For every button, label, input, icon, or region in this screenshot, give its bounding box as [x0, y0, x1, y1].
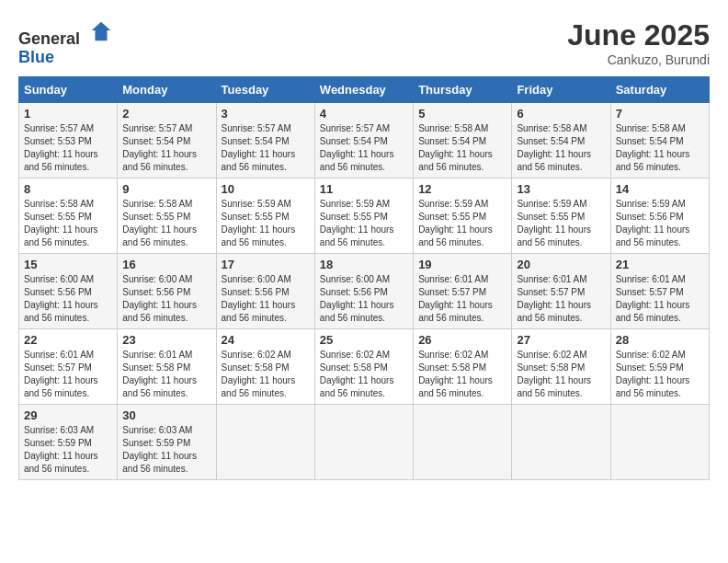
- calendar-day-cell: 22 Sunrise: 6:01 AM Sunset: 5:57 PM Dayl…: [19, 329, 118, 405]
- weekday-header: Thursday: [414, 77, 512, 103]
- calendar-day-cell: 12 Sunrise: 5:59 AM Sunset: 5:55 PM Dayl…: [414, 178, 512, 254]
- page-header: General Blue June 2025 Cankuzo, Burundi: [18, 18, 710, 67]
- calendar-day-cell: 27 Sunrise: 6:02 AM Sunset: 5:58 PM Dayl…: [512, 329, 610, 405]
- day-info: Sunrise: 5:59 AM Sunset: 5:55 PM Dayligh…: [418, 198, 506, 249]
- day-info: Sunrise: 6:01 AM Sunset: 5:57 PM Dayligh…: [418, 273, 506, 325]
- day-number: 10: [222, 182, 310, 196]
- day-info: Sunrise: 6:03 AM Sunset: 5:59 PM Dayligh…: [122, 424, 210, 476]
- day-number: 28: [616, 333, 704, 347]
- empty-cell: [414, 405, 512, 480]
- day-info: Sunrise: 6:02 AM Sunset: 5:58 PM Dayligh…: [222, 349, 310, 400]
- calendar-day-cell: 7 Sunrise: 5:58 AM Sunset: 5:54 PM Dayli…: [610, 103, 709, 178]
- day-number: 15: [24, 258, 112, 271]
- calendar-day-cell: 30 Sunrise: 6:03 AM Sunset: 5:59 PM Dayl…: [118, 405, 216, 480]
- day-info: Sunrise: 5:59 AM Sunset: 5:55 PM Dayligh…: [320, 198, 408, 249]
- day-number: 21: [616, 258, 704, 271]
- day-info: Sunrise: 6:00 AM Sunset: 5:56 PM Dayligh…: [222, 273, 310, 325]
- day-info: Sunrise: 5:58 AM Sunset: 5:55 PM Dayligh…: [122, 198, 210, 249]
- logo-general: General: [18, 29, 80, 48]
- calendar-day-cell: 6 Sunrise: 5:58 AM Sunset: 5:54 PM Dayli…: [512, 103, 610, 178]
- day-info: Sunrise: 6:03 AM Sunset: 5:59 PM Dayligh…: [24, 424, 112, 476]
- day-info: Sunrise: 5:58 AM Sunset: 5:55 PM Dayligh…: [24, 198, 112, 249]
- calendar-day-cell: 9 Sunrise: 5:58 AM Sunset: 5:55 PM Dayli…: [118, 178, 216, 254]
- day-info: Sunrise: 6:00 AM Sunset: 5:56 PM Dayligh…: [320, 273, 408, 325]
- day-info: Sunrise: 6:02 AM Sunset: 5:58 PM Dayligh…: [320, 349, 408, 400]
- day-number: 1: [24, 107, 112, 121]
- calendar-day-cell: 14 Sunrise: 5:59 AM Sunset: 5:56 PM Dayl…: [610, 178, 709, 254]
- calendar-day-cell: 20 Sunrise: 6:01 AM Sunset: 5:57 PM Dayl…: [512, 254, 610, 329]
- calendar-week-row: 1 Sunrise: 5:57 AM Sunset: 5:53 PM Dayli…: [19, 103, 710, 178]
- calendar-day-cell: 25 Sunrise: 6:02 AM Sunset: 5:58 PM Dayl…: [314, 329, 413, 405]
- calendar-day-cell: 19 Sunrise: 6:01 AM Sunset: 5:57 PM Dayl…: [414, 254, 512, 329]
- calendar-day-cell: 11 Sunrise: 5:59 AM Sunset: 5:55 PM Dayl…: [314, 178, 413, 254]
- calendar-day-cell: 4 Sunrise: 5:57 AM Sunset: 5:54 PM Dayli…: [314, 103, 413, 178]
- day-number: 29: [24, 408, 112, 422]
- calendar-day-cell: 18 Sunrise: 6:00 AM Sunset: 5:56 PM Dayl…: [314, 254, 413, 329]
- empty-cell: [216, 405, 314, 480]
- logo-icon: [88, 18, 114, 44]
- day-info: Sunrise: 5:59 AM Sunset: 5:55 PM Dayligh…: [222, 198, 310, 249]
- calendar-day-cell: 1 Sunrise: 5:57 AM Sunset: 5:53 PM Dayli…: [19, 103, 118, 178]
- day-number: 12: [418, 182, 506, 196]
- day-info: Sunrise: 5:57 AM Sunset: 5:54 PM Dayligh…: [222, 122, 310, 174]
- day-info: Sunrise: 6:02 AM Sunset: 5:58 PM Dayligh…: [418, 349, 506, 400]
- calendar-day-cell: 24 Sunrise: 6:02 AM Sunset: 5:58 PM Dayl…: [216, 329, 314, 405]
- day-number: 3: [222, 107, 310, 121]
- day-info: Sunrise: 6:01 AM Sunset: 5:57 PM Dayligh…: [517, 273, 605, 325]
- day-number: 24: [222, 333, 310, 347]
- weekday-header: Monday: [118, 77, 216, 103]
- weekday-header: Sunday: [19, 77, 118, 103]
- day-number: 9: [122, 182, 210, 196]
- title-block: June 2025 Cankuzo, Burundi: [567, 18, 710, 67]
- calendar-day-cell: 21 Sunrise: 6:01 AM Sunset: 5:57 PM Dayl…: [610, 254, 709, 329]
- calendar-day-cell: 28 Sunrise: 6:02 AM Sunset: 5:59 PM Dayl…: [610, 329, 709, 405]
- day-number: 8: [24, 182, 112, 196]
- day-number: 17: [222, 258, 310, 271]
- day-number: 26: [418, 333, 506, 347]
- day-info: Sunrise: 5:58 AM Sunset: 5:54 PM Dayligh…: [418, 122, 506, 174]
- day-number: 14: [616, 182, 704, 196]
- weekday-header: Saturday: [610, 77, 709, 103]
- logo: General Blue: [18, 18, 114, 67]
- calendar-day-cell: 3 Sunrise: 5:57 AM Sunset: 5:54 PM Dayli…: [216, 103, 314, 178]
- day-number: 13: [517, 182, 605, 196]
- day-info: Sunrise: 5:57 AM Sunset: 5:54 PM Dayligh…: [122, 122, 210, 174]
- calendar-day-cell: 15 Sunrise: 6:00 AM Sunset: 5:56 PM Dayl…: [19, 254, 118, 329]
- day-number: 2: [122, 107, 210, 121]
- calendar-day-cell: 17 Sunrise: 6:00 AM Sunset: 5:56 PM Dayl…: [216, 254, 314, 329]
- calendar-week-row: 22 Sunrise: 6:01 AM Sunset: 5:57 PM Dayl…: [19, 329, 710, 405]
- calendar-day-cell: 29 Sunrise: 6:03 AM Sunset: 5:59 PM Dayl…: [19, 405, 118, 480]
- day-number: 23: [122, 333, 210, 347]
- day-info: Sunrise: 6:00 AM Sunset: 5:56 PM Dayligh…: [122, 273, 210, 325]
- day-number: 11: [320, 182, 408, 196]
- calendar-week-row: 8 Sunrise: 5:58 AM Sunset: 5:55 PM Dayli…: [19, 178, 710, 254]
- day-number: 22: [24, 333, 112, 347]
- day-info: Sunrise: 6:01 AM Sunset: 5:57 PM Dayligh…: [616, 273, 704, 325]
- day-info: Sunrise: 6:00 AM Sunset: 5:56 PM Dayligh…: [24, 273, 112, 325]
- calendar-day-cell: 16 Sunrise: 6:00 AM Sunset: 5:56 PM Dayl…: [118, 254, 216, 329]
- weekday-header: Wednesday: [314, 77, 413, 103]
- weekday-header: Friday: [512, 77, 610, 103]
- day-info: Sunrise: 6:02 AM Sunset: 5:58 PM Dayligh…: [517, 349, 605, 400]
- month-title: June 2025: [567, 18, 710, 52]
- day-info: Sunrise: 5:58 AM Sunset: 5:54 PM Dayligh…: [517, 122, 605, 174]
- svg-marker-0: [91, 22, 110, 41]
- day-info: Sunrise: 5:58 AM Sunset: 5:54 PM Dayligh…: [616, 122, 704, 174]
- logo-blue: Blue: [18, 49, 114, 67]
- calendar-day-cell: 8 Sunrise: 5:58 AM Sunset: 5:55 PM Dayli…: [19, 178, 118, 254]
- empty-cell: [314, 405, 413, 480]
- day-number: 6: [517, 107, 605, 121]
- day-number: 27: [517, 333, 605, 347]
- day-info: Sunrise: 6:01 AM Sunset: 5:58 PM Dayligh…: [122, 349, 210, 400]
- weekday-header-row: SundayMondayTuesdayWednesdayThursdayFrid…: [19, 77, 710, 103]
- weekday-header: Tuesday: [216, 77, 314, 103]
- day-info: Sunrise: 6:01 AM Sunset: 5:57 PM Dayligh…: [24, 349, 112, 400]
- day-number: 20: [517, 258, 605, 271]
- calendar-week-row: 15 Sunrise: 6:00 AM Sunset: 5:56 PM Dayl…: [19, 254, 710, 329]
- calendar-table: SundayMondayTuesdayWednesdayThursdayFrid…: [18, 76, 710, 480]
- day-info: Sunrise: 5:57 AM Sunset: 5:53 PM Dayligh…: [24, 122, 112, 174]
- day-number: 30: [122, 408, 210, 422]
- location: Cankuzo, Burundi: [567, 52, 710, 67]
- day-number: 5: [418, 107, 506, 121]
- calendar-day-cell: 26 Sunrise: 6:02 AM Sunset: 5:58 PM Dayl…: [414, 329, 512, 405]
